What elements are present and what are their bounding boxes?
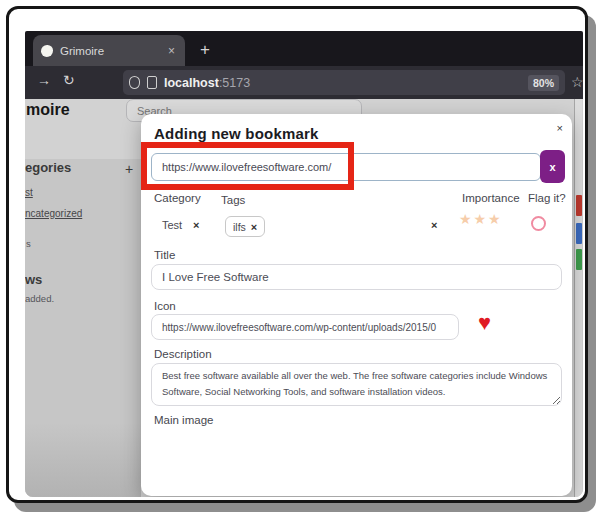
scroll-marker-red [576,195,582,216]
app-heading-fragment: moire [26,101,70,119]
photo-frame: Grimoire × + → ↻ localhost:5173 80% ☆ [6,6,588,503]
tags-clear-icon[interactable]: × [431,219,437,231]
add-category-button[interactable]: + [125,161,133,177]
scroll-marker-green [576,249,582,270]
scroll-marker-blue [576,223,582,244]
sidebar-categories-heading: egories [25,160,71,175]
browser-window: Grimoire × + → ↻ localhost:5173 80% ☆ [25,31,583,497]
sidebar-flows-heading: ws [25,272,42,287]
page-info-icon[interactable] [147,76,157,89]
shield-icon[interactable] [129,76,140,89]
category-remove-icon[interactable]: × [193,219,199,231]
forward-icon[interactable]: → [37,72,51,88]
flag-checkbox[interactable] [531,216,546,231]
url-host-text: localhost [164,76,219,90]
description-label: Description [154,348,212,360]
title-label: Title [154,249,175,261]
new-tab-button[interactable]: + [200,39,210,61]
bookmark-url-input[interactable] [151,153,541,181]
category-chip-label[interactable]: Test [162,219,182,231]
browser-toolbar: → ↻ localhost:5173 80% ☆ [25,66,583,99]
modal-title: Adding new bookmark [154,125,319,142]
heart-favicon-icon: ♥ [478,310,491,336]
sidebar-item-test[interactable]: st [25,187,33,198]
tab-grimoire[interactable]: Grimoire × [33,35,185,66]
tab-bar: Grimoire × + [25,31,583,66]
description-textarea[interactable]: Best free software available all over th… [151,363,562,406]
bookmark-star-icon[interactable]: ☆ [571,74,583,90]
category-label: Category [154,192,201,204]
tag-chip-label: ilfs [233,221,246,233]
url-bar[interactable]: localhost:5173 80% [123,70,565,95]
grimoire-favicon-icon [41,45,53,57]
importance-label: Importance [462,192,520,204]
grimoire-page: moire egories + st ncategorized s ws add… [25,99,583,497]
sidebar-tags-fragment: s [26,238,31,249]
title-input[interactable] [151,264,562,290]
tag-remove-icon[interactable]: × [251,221,257,233]
tags-label: Tags [221,194,245,206]
tab-close-icon[interactable]: × [166,44,177,58]
url-port-text: :5173 [219,76,250,90]
main-image-label: Main image [154,414,213,426]
importance-stars[interactable]: ★★★ [459,211,503,227]
adding-bookmark-modal: × Adding new bookmark x Category Tags Im… [141,114,572,496]
icon-label: Icon [154,300,176,312]
scrollbar[interactable] [574,99,582,497]
icon-url-input[interactable] [151,314,459,340]
screenshot-stage: Grimoire × + → ↻ localhost:5173 80% ☆ [0,0,600,517]
tab-title: Grimoire [60,45,159,57]
zoom-level-badge[interactable]: 80% [528,75,559,91]
tag-chip-ilfs[interactable]: ilfs × [225,216,265,237]
url-clear-button[interactable]: x [540,150,565,183]
sidebar-added-text: added. [25,293,54,304]
modal-close-icon[interactable]: × [557,122,563,134]
url-host: localhost:5173 [164,76,250,90]
sidebar-item-uncategorized[interactable]: ncategorized [25,208,82,219]
flag-label: Flag it? [528,192,566,204]
reload-icon[interactable]: ↻ [63,72,75,88]
